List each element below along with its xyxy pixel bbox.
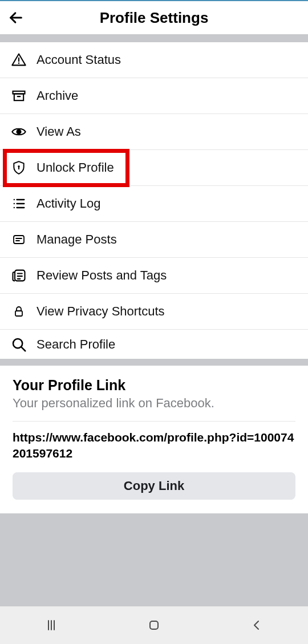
profile-link-card: Your Profile Link Your personalized link… (0, 366, 308, 513)
menu-label: Archive (37, 88, 78, 103)
menu-item-account-status[interactable]: Account Status (0, 42, 308, 78)
svg-point-11 (14, 203, 15, 204)
section-title: Your Profile Link (13, 377, 295, 394)
back-button[interactable] (0, 2, 32, 34)
page-title: Profile Settings (0, 9, 308, 27)
home-icon (147, 618, 161, 632)
menu-label: Account Status (37, 52, 121, 67)
recents-icon (44, 618, 58, 632)
divider (13, 421, 295, 422)
svg-line-24 (21, 347, 25, 351)
menu-label: Search Profile (37, 337, 115, 352)
chevron-left-icon (250, 618, 264, 632)
settings-menu: Account StatusArchiveView AsUnlock Profi… (0, 42, 308, 366)
archive-icon (9, 86, 29, 106)
back-nav-button[interactable] (205, 606, 308, 644)
menu-item-activity-log[interactable]: Activity Log (0, 186, 308, 222)
menu-label: View As (37, 124, 81, 139)
svg-rect-15 (14, 236, 24, 244)
svg-point-13 (14, 207, 15, 208)
menu-label: Unlock Profile (37, 160, 114, 175)
header: Profile Settings (0, 1, 308, 34)
menu-item-view-as[interactable]: View As (0, 114, 308, 150)
copy-link-button[interactable]: Copy Link (13, 472, 295, 500)
recents-button[interactable] (0, 606, 103, 644)
menu-item-view-privacy-shortcuts[interactable]: View Privacy Shortcuts (0, 294, 308, 330)
review-icon (9, 266, 29, 285)
search-icon (9, 335, 29, 354)
svg-point-9 (14, 199, 15, 200)
menu-label: Activity Log (37, 196, 101, 211)
warning-icon (9, 50, 29, 70)
profile-url-text: https://www.facebook.com/profile.php?id=… (13, 430, 295, 462)
home-button[interactable] (103, 606, 205, 644)
menu-item-unlock-profile[interactable]: Unlock Profile (0, 150, 308, 186)
bottom-filler (0, 513, 308, 606)
svg-rect-4 (14, 94, 23, 101)
list-icon (9, 194, 29, 213)
menu-item-search-profile[interactable]: Search Profile (0, 330, 308, 366)
menu-label: View Privacy Shortcuts (37, 304, 165, 319)
menu-label: Review Posts and Tags (37, 268, 167, 283)
android-navbar (0, 606, 308, 644)
menu-label: Manage Posts (37, 232, 117, 247)
arrow-left-icon (8, 10, 24, 26)
menu-item-archive[interactable]: Archive (0, 78, 308, 114)
svg-point-6 (17, 130, 21, 134)
shield-icon (9, 158, 29, 177)
menu-item-manage-posts[interactable]: Manage Posts (0, 222, 308, 258)
section-subtitle: Your personalized link on Facebook. (13, 396, 295, 411)
menu-item-review-posts-tags[interactable]: Review Posts and Tags (0, 258, 308, 294)
lock-icon (9, 302, 29, 321)
copy-link-label: Copy Link (124, 479, 184, 493)
svg-point-2 (18, 63, 20, 64)
svg-rect-22 (15, 311, 22, 316)
svg-rect-28 (150, 621, 158, 629)
section-gap (0, 34, 308, 42)
post-icon (9, 230, 29, 249)
eye-icon (9, 122, 29, 141)
